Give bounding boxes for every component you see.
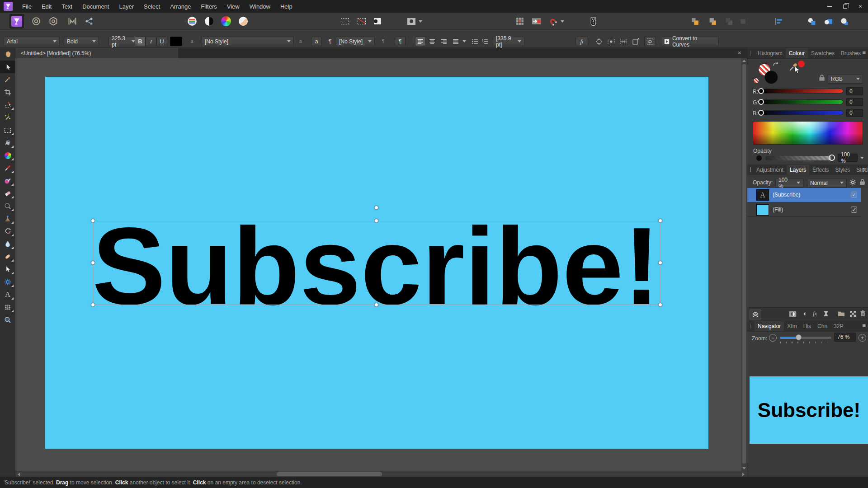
show-typography-button[interactable]: a [311,37,322,46]
menu-arrange[interactable]: Arrange [165,0,196,13]
artistic-text-tool[interactable]: A [0,288,15,301]
layer-visibility-checkbox[interactable]: ✓ [851,192,857,198]
leading-select[interactable]: [335.9 pt] [493,37,524,46]
opacity-slider-knob[interactable] [829,155,835,161]
blue-value-box[interactable]: 0 [846,109,863,117]
layer-visibility-checkbox[interactable]: ✓ [851,206,857,213]
menu-layer[interactable]: Layer [114,0,139,13]
canvas-area[interactable]: Subscribe! [15,58,747,471]
healing-brush-tool[interactable] [0,250,15,263]
gradient-tool[interactable] [0,149,15,162]
colour-replacement-brush-tool[interactable] [0,174,15,187]
tone-mapping-persona-icon[interactable] [65,14,80,28]
transform-objects-icon[interactable] [630,37,641,46]
pixel-grid-icon[interactable] [513,14,527,28]
deselect-icon[interactable] [354,14,369,28]
alignment-icon[interactable] [771,14,786,28]
clone-stamp-tool[interactable] [0,212,15,225]
selection-handle-bottom-left[interactable] [91,303,95,307]
pattern-icon[interactable] [850,311,856,317]
selection-handle-bottom-right[interactable] [658,303,662,307]
insert-inside-icon[interactable] [821,14,835,28]
rectangular-marquee-tool[interactable] [0,124,15,136]
ligatures-button[interactable]: fi [576,37,588,46]
red-slider-track[interactable] [761,89,843,94]
bold-button[interactable]: B [135,37,146,46]
auto-contrast-icon[interactable] [202,14,217,28]
scroll-left-arrow[interactable] [18,473,20,476]
transform-origin-icon[interactable] [594,37,604,46]
assistant-icon[interactable] [586,14,600,28]
align-left-button[interactable] [415,37,426,46]
tab-histogram[interactable]: Histogram [755,48,786,58]
colour-picker-tool[interactable] [0,73,15,86]
red-slider-knob[interactable] [758,88,764,94]
menu-document[interactable]: Document [77,0,114,13]
green-slider-track[interactable] [761,99,843,104]
convert-to-curves-button[interactable]: Convert to Curves [661,37,719,46]
zoom-in-button[interactable]: + [859,334,866,342]
green-value-box[interactable]: 0 [846,98,863,106]
panel-menu-icon[interactable]: ≡ [862,322,866,329]
numbered-list-icon[interactable] [480,37,490,46]
blend-mode-select[interactable]: Normal [807,178,847,188]
selection-handle-top-left[interactable] [91,219,95,223]
menu-text[interactable]: Text [57,0,77,13]
selection-marquee-icon[interactable] [338,14,352,28]
vertical-scroll-thumb[interactable] [742,64,746,464]
colour-mode-select[interactable]: RGB [828,74,863,84]
hide-selection-icon[interactable] [606,37,617,46]
blend-options-gear-icon[interactable] [849,179,856,186]
tab-adjustment[interactable]: Adjustment [753,165,787,175]
close-view-icon[interactable]: × [737,49,741,56]
font-style-select[interactable]: Bold [64,37,99,46]
move-to-front-icon[interactable] [688,14,702,28]
tab-swatches[interactable]: Swatches [808,48,838,58]
align-center-button[interactable] [427,37,438,46]
develop-persona-icon[interactable] [46,14,61,28]
liquify-persona-icon[interactable] [29,14,43,28]
menu-select[interactable]: Select [139,0,165,13]
selection-handle-top-right[interactable] [658,219,662,223]
selection-bounding-box[interactable] [93,221,660,305]
scroll-down-arrow[interactable] [742,467,746,469]
character-style-select[interactable]: [No Style] [202,37,294,46]
zoom-tool[interactable] [0,314,15,326]
burn-brush-tool[interactable] [0,200,15,212]
italic-button[interactable]: I [146,37,156,46]
delete-layer-icon[interactable] [860,310,866,317]
rotation-handle[interactable] [374,206,378,210]
font-family-select[interactable]: Arial [4,37,60,46]
tab-32p[interactable]: 32P [830,321,846,331]
move-forward-icon[interactable] [705,14,720,28]
layer-row-subscribe[interactable]: A (Subscribe) ✓ [747,188,861,202]
flood-select-tool[interactable] [0,111,15,124]
tab-layers[interactable]: Layers [787,165,809,175]
menu-edit[interactable]: Edit [37,0,57,13]
node-tool[interactable] [0,263,15,276]
auto-colour-icon[interactable] [219,14,233,28]
tab-effects[interactable]: Effects [809,165,832,175]
menu-filters[interactable]: Filters [196,0,222,13]
blue-slider-track[interactable] [761,110,843,115]
panel-grip[interactable] [750,167,751,172]
fill-colour-well[interactable] [764,70,778,84]
auto-white-balance-icon[interactable] [236,14,250,28]
navigator-preview[interactable]: Subscribe! [750,376,868,444]
selection-handle-top-center[interactable] [374,219,378,223]
text-colour-swatch[interactable] [170,37,182,46]
undo-brush-tool[interactable] [0,225,15,238]
tab-colour[interactable]: Colour [786,48,808,58]
panel-grip[interactable] [750,324,752,328]
justify-dropdown[interactable] [461,37,467,46]
show-paragraph-button[interactable]: ¶ [395,37,406,46]
group-layers-icon[interactable] [838,311,845,317]
view-tool[interactable] [0,48,15,61]
selection-handle-mid-right[interactable] [658,261,662,265]
layer-stack-icon[interactable] [750,310,761,319]
selection-brush-tool[interactable] [0,99,15,111]
justify-button[interactable] [450,37,461,46]
erase-brush-tool[interactable] [0,187,15,200]
opacity-dropdown[interactable] [860,157,864,159]
panel-grip[interactable] [750,51,752,56]
